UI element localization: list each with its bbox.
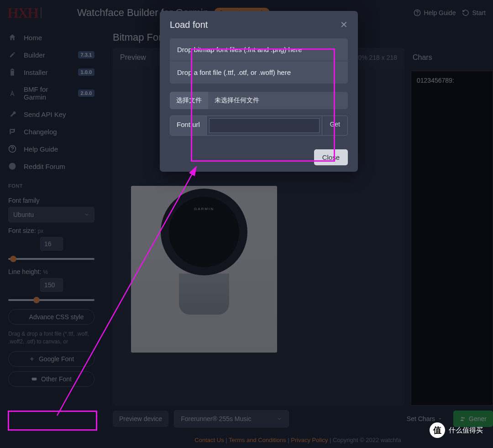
file-chooser[interactable]: 选择文件 未选择任何文件: [170, 92, 348, 109]
drop-zone-bitmap[interactable]: Drop bitmap font files (.fnt and .png) h…: [170, 38, 348, 61]
font-url-input[interactable]: [209, 118, 320, 133]
close-icon[interactable]: ✕: [340, 19, 348, 30]
get-button[interactable]: Get: [322, 116, 347, 135]
watermark: 值 什么值得买: [430, 422, 483, 438]
font-url-label: Font url: [170, 116, 207, 135]
drop-zone-fontfile[interactable]: Drop a font file (.ttf, .otf, or .woff) …: [170, 61, 348, 84]
watermark-icon: 值: [430, 422, 445, 438]
watermark-text: 什么值得买: [449, 426, 483, 435]
no-file-text: 未选择任何文件: [208, 92, 348, 109]
close-button[interactable]: Close: [314, 149, 348, 165]
choose-file-button[interactable]: 选择文件: [170, 92, 208, 109]
modal-title: Load font: [170, 20, 208, 30]
load-font-modal: Load font ✕ Drop bitmap font files (.fnt…: [160, 11, 358, 172]
